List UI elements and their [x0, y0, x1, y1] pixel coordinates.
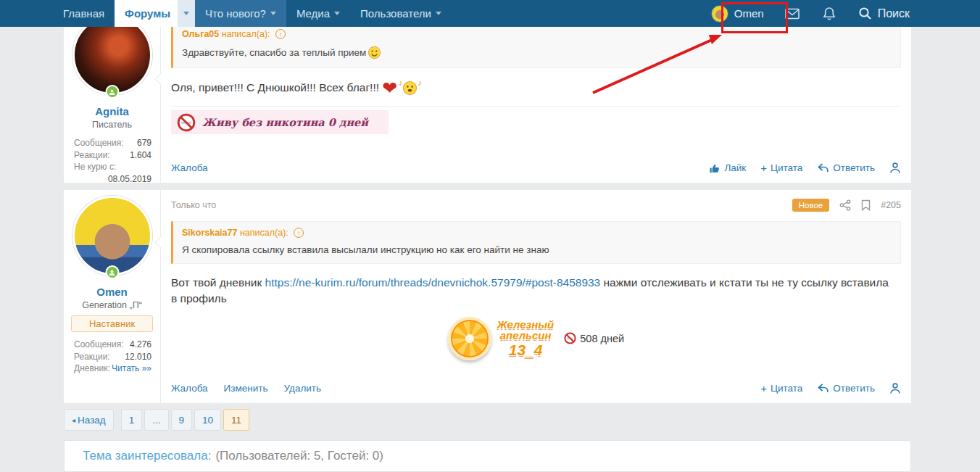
bell-icon — [823, 7, 836, 20]
post-2-user-card: Omen Generation „П“ Наставник Сообщения:… — [64, 190, 161, 403]
stat-row: Сообщения: 4.276 — [74, 339, 151, 351]
new-badge: Новое — [792, 199, 829, 212]
edit-link[interactable]: Изменить — [224, 383, 268, 394]
post-timestamp[interactable]: Только что — [171, 200, 216, 210]
report-link[interactable]: Жалоба — [171, 383, 208, 394]
quote-link[interactable]: Цитата — [760, 382, 802, 394]
nav-item-whats-new[interactable]: Что нового? — [195, 0, 286, 27]
multi-quote-user-icon[interactable] — [889, 162, 901, 174]
thumb-up-icon — [709, 162, 721, 174]
share-icon[interactable] — [839, 199, 851, 211]
reply-link[interactable]: Ответить — [817, 383, 875, 394]
pagination-back-button[interactable]: Назад — [64, 409, 114, 431]
pagination-page-9[interactable]: 9 — [171, 409, 193, 431]
user-stats: Сообщения: 4.276 Реакции: 12.010 Дневник… — [74, 339, 151, 375]
interested-value: (Пользователей: 5, Гостей: 0) — [215, 449, 383, 463]
username-link[interactable]: Omen — [64, 286, 160, 298]
thread-main: Agnita Писатель Сообщения: 679 Реакции: … — [64, 27, 911, 472]
quote-author-link[interactable]: Sikorskaia77 — [182, 228, 237, 238]
stat-row: Реакции: 1.604 — [74, 149, 151, 162]
chevron-down-icon — [436, 12, 441, 15]
username-link[interactable]: Agnita — [64, 105, 160, 117]
like-link[interactable]: Лайк — [709, 162, 746, 174]
nav-item-media[interactable]: Медиа — [286, 0, 350, 27]
pagination-page-11-current[interactable]: 11 — [223, 409, 249, 431]
stat-row: Сообщения: 679 — [74, 137, 151, 149]
signature-text: Живу без никотина 0 дней — [202, 116, 368, 128]
post-1-user-card: Agnita Писатель Сообщения: 679 Реакции: … — [64, 27, 161, 183]
quote-block: Sikorskaia77 написал(а): Я скопировала с… — [171, 221, 901, 264]
post-2-footer: Жалоба Изменить Удалить Цитата Ответить — [171, 382, 901, 394]
annotation-arrow — [580, 32, 732, 99]
stat-row-diary: Дневник: Читать »» — [74, 363, 151, 375]
online-status-badge — [105, 85, 119, 99]
reply-link[interactable]: Ответить — [817, 162, 875, 173]
avatar[interactable] — [72, 196, 152, 276]
nav-label: Форумы — [125, 7, 170, 20]
pagination-page-1[interactable]: 1 — [121, 409, 143, 431]
user-icon — [109, 269, 116, 276]
bookmark-icon[interactable] — [861, 199, 871, 211]
quote-author-link[interactable]: Ольга05 — [182, 29, 219, 39]
post-2-content: Только что Новое #205 — [161, 190, 911, 403]
diary-read-link[interactable]: Читать »» — [112, 363, 151, 375]
heart-emoji: ❤ — [382, 79, 397, 97]
music-note: ♪ — [418, 78, 422, 89]
search-button[interactable]: Поиск — [850, 7, 918, 20]
online-status-badge — [105, 265, 119, 279]
post-2: Omen Generation „П“ Наставник Сообщения:… — [64, 190, 911, 403]
diary-url-link[interactable]: https://ne-kurim.ru/forum/threads/dnevni… — [265, 276, 601, 289]
role-badge: Наставник — [71, 315, 153, 332]
quote-header: Ольга05 написал(а): — [173, 27, 900, 41]
post-message: Оля, привет!!! С Днюшкой!!! Всех благ!!!… — [171, 79, 901, 97]
post-number-link[interactable]: #205 — [881, 200, 901, 210]
nav-tabs: Главная Форумы Что нового? Медиа Пользов… — [0, 0, 452, 27]
signature-banner: Живу без никотина 0 дней — [171, 110, 389, 134]
stat-row: Не курю с: 08.05.2019 — [74, 161, 151, 183]
iron-orange-badge: Железный апельсин 13_4 — [448, 317, 554, 360]
nav-label: Главная — [63, 7, 104, 20]
avatar[interactable] — [72, 27, 152, 95]
go-to-quote-icon[interactable] — [275, 29, 286, 39]
nav-item-forums-dropdown[interactable] — [178, 0, 195, 27]
dancing-smiley-emoji — [402, 80, 418, 96]
multi-quote-user-icon[interactable] — [889, 382, 901, 394]
user-stats: Сообщения: 679 Реакции: 1.604 Не курю с:… — [74, 137, 151, 183]
nav-item-forums[interactable]: Форумы — [115, 0, 178, 27]
nav-item-home[interactable]: Главная — [53, 0, 115, 27]
report-link[interactable]: Жалоба — [171, 162, 208, 173]
post-2-header: Только что Новое #205 — [171, 190, 901, 212]
music-note: ♪ — [399, 78, 403, 89]
post-1: Agnita Писатель Сообщения: 679 Реакции: … — [64, 27, 911, 183]
quote-body: Я скопировала ссылку вставила высылали и… — [173, 240, 900, 263]
chevron-down-icon — [183, 12, 189, 15]
quote-link[interactable]: Цитата — [760, 162, 802, 174]
signature-divider — [171, 106, 901, 107]
nav-item-members[interactable]: Пользователи — [350, 0, 452, 27]
orange-badge-text: Железный апельсин 13_4 — [497, 319, 554, 357]
reply-arrow-icon — [817, 162, 829, 173]
search-label: Поиск — [878, 7, 910, 20]
alerts-button[interactable] — [813, 7, 845, 20]
nav-label: Что нового? — [205, 7, 266, 20]
quote-header: Sikorskaia77 написал(а): — [173, 222, 900, 240]
chevron-down-icon — [270, 12, 276, 15]
user-title: Generation „П“ — [64, 300, 160, 310]
post-1-footer: Жалоба Лайк Цитата — [171, 162, 901, 174]
post-1-content: Ольга05 написал(а): Здравствуйте, спасиб… — [161, 27, 911, 183]
pagination-page-10[interactable]: 10 — [194, 409, 221, 431]
interested-users-card: Тема заинтересовала: (Пользователей: 5, … — [64, 440, 911, 472]
reply-arrow-icon — [817, 383, 829, 394]
nav-label: Медиа — [296, 7, 330, 20]
search-icon — [858, 7, 872, 20]
delete-link[interactable]: Удалить — [284, 383, 322, 394]
post-message: Вот твой дневник https://ne-kurim.ru/for… — [171, 275, 889, 307]
user-icon — [109, 88, 116, 96]
no-smoking-icon — [177, 113, 196, 132]
quote-body: Здравствуйте, спасибо за теплый прием — [173, 41, 900, 67]
pagination-ellipsis[interactable]: ... — [144, 409, 168, 431]
go-to-quote-icon[interactable] — [294, 228, 304, 238]
chevron-down-icon — [334, 12, 340, 15]
smiley-emoji — [368, 46, 381, 59]
orange-slice-image — [448, 317, 491, 360]
